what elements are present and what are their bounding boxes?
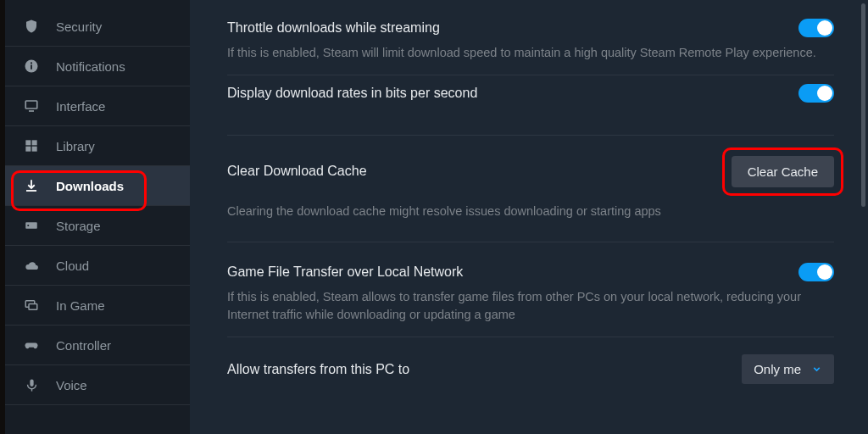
setting-throttle-downloads: Throttle downloads while streaming If th… <box>227 10 834 75</box>
storage-icon <box>24 218 39 233</box>
setting-title: Game File Transfer over Local Network <box>227 264 463 280</box>
svg-rect-8 <box>32 147 37 152</box>
sidebar-item-label: Library <box>56 139 95 153</box>
cloud-icon <box>24 258 39 273</box>
setting-display-bits: Display download rates in bits per secon… <box>227 75 834 136</box>
sidebar-item-ingame[interactable]: In Game <box>5 286 190 326</box>
grid-icon <box>24 138 39 153</box>
sidebar-item-interface[interactable]: Interface <box>5 86 190 126</box>
setting-title: Display download rates in bits per secon… <box>227 86 477 101</box>
setting-title: Clear Download Cache <box>227 164 367 179</box>
setting-allow-transfers: Allow transfers from this PC to Only me <box>227 337 834 396</box>
setting-description: Clearing the download cache might resolv… <box>227 203 821 221</box>
svg-point-2 <box>31 62 32 64</box>
toggle-throttle[interactable] <box>798 19 834 37</box>
allow-transfers-dropdown[interactable]: Only me <box>742 354 834 384</box>
chevron-down-icon <box>811 364 822 375</box>
setting-clear-cache: Clear Download Cache Clear Cache Clearin… <box>227 136 834 242</box>
setting-description: If this is enabled, Steam will limit dow… <box>227 44 821 63</box>
settings-sidebar: Security Notifications Interface Library… <box>5 0 190 434</box>
toggle-lan[interactable] <box>798 263 834 281</box>
sidebar-item-notifications[interactable]: Notifications <box>5 47 190 86</box>
sidebar-item-label: Notifications <box>56 59 125 74</box>
sidebar-item-label: Cloud <box>56 259 89 273</box>
svg-rect-13 <box>30 379 33 387</box>
svg-rect-6 <box>32 140 37 145</box>
setting-description: If this is enabled, Steam allows to tran… <box>227 288 821 326</box>
sidebar-item-library[interactable]: Library <box>5 126 190 166</box>
overlay-icon <box>24 298 39 313</box>
svg-rect-5 <box>25 140 31 145</box>
sidebar-item-voice[interactable]: Voice <box>5 365 190 405</box>
sidebar-item-label: Security <box>56 19 102 34</box>
shield-icon <box>24 19 39 34</box>
svg-point-10 <box>27 225 29 226</box>
download-icon <box>24 178 39 193</box>
sidebar-item-label: In Game <box>56 298 105 313</box>
toggle-bits[interactable] <box>798 84 834 103</box>
settings-panel: Throttle downloads while streaming If th… <box>190 0 868 434</box>
sidebar-item-controller[interactable]: Controller <box>5 326 190 365</box>
dropdown-value: Only me <box>754 362 801 376</box>
mic-icon <box>24 377 39 392</box>
clear-cache-button[interactable]: Clear Cache <box>732 156 834 187</box>
svg-rect-1 <box>31 65 32 70</box>
svg-rect-3 <box>25 101 37 108</box>
setting-title: Allow transfers from this PC to <box>227 362 409 377</box>
sidebar-item-label: Storage <box>56 219 101 233</box>
sidebar-item-label: Interface <box>56 99 105 114</box>
info-circle-icon <box>24 58 39 74</box>
sidebar-item-cloud[interactable]: Cloud <box>5 246 190 286</box>
monitor-icon <box>24 98 39 114</box>
setting-title: Throttle downloads while streaming <box>227 20 440 36</box>
svg-rect-12 <box>29 304 37 310</box>
sidebar-item-security[interactable]: Security <box>5 7 190 47</box>
svg-rect-7 <box>25 147 31 152</box>
sidebar-item-storage[interactable]: Storage <box>5 206 190 246</box>
scrollbar-thumb[interactable] <box>861 3 865 207</box>
gamepad-icon <box>24 337 39 353</box>
sidebar-item-label: Downloads <box>56 179 124 193</box>
sidebar-item-label: Voice <box>56 378 87 392</box>
sidebar-item-label: Controller <box>56 338 111 353</box>
setting-lan-transfer: Game File Transfer over Local Network If… <box>227 242 834 338</box>
sidebar-item-downloads[interactable]: Downloads <box>5 166 190 206</box>
